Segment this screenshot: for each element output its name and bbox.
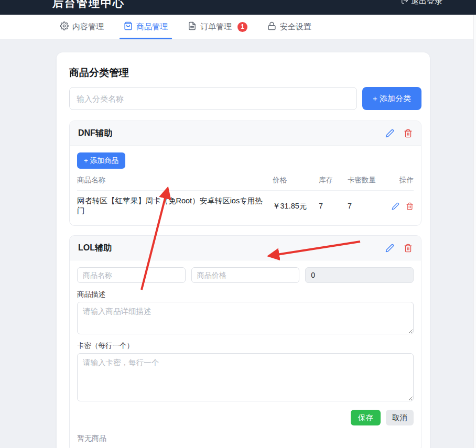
empty-products-text: 暂无商品: [77, 434, 414, 446]
tab-label: 内容管理: [72, 22, 104, 32]
save-button[interactable]: 保存: [351, 410, 381, 425]
gear-icon: [60, 21, 69, 32]
app-title: 后台管理中心: [52, 0, 125, 10]
edit-product-icon[interactable]: [392, 202, 399, 210]
logout-icon: [401, 0, 408, 6]
order-count-badge: 1: [237, 22, 247, 32]
edit-category-icon[interactable]: [385, 244, 394, 253]
card-keys-textarea[interactable]: [77, 353, 414, 401]
product-table: 商品名称 价格 库存 卡密数量 操作 网者转区【红苹果】周卡（免Root）安卓转…: [77, 176, 414, 220]
category-name-input[interactable]: [69, 87, 357, 110]
top-bar: 后台管理中心 退出登录: [0, 0, 476, 15]
cancel-button[interactable]: 取消: [386, 410, 414, 425]
delete-product-icon[interactable]: [406, 202, 414, 210]
delete-category-icon[interactable]: [404, 129, 413, 138]
product-price-input[interactable]: [191, 267, 300, 283]
category-title: LOL辅助: [78, 242, 112, 254]
logout-button[interactable]: 退出登录: [401, 0, 442, 6]
tab-bar: 内容管理 商品管理 订单管理 1 安全设置: [0, 15, 476, 39]
category-card-dnf: DNF辅助 + 添加商品 商品名称 价格 库存 卡密数量 操作: [69, 121, 421, 226]
tab-product-management[interactable]: 商品管理: [124, 15, 168, 39]
product-price: ￥31.85元: [273, 201, 319, 211]
category-body: + 添加商品 商品名称 价格 库存 卡密数量 操作 网者转区【红苹果】周卡（免R…: [70, 146, 421, 225]
form-buttons: 保存 取消: [77, 410, 414, 425]
scrollbar-track[interactable]: [473, 15, 476, 448]
description-textarea[interactable]: [77, 302, 414, 334]
category-card-lol: LOL辅助 商品描述 卡密（每行一个） 保存 取消: [69, 235, 421, 448]
product-form-row: [77, 267, 414, 283]
product-stock-input[interactable]: [305, 267, 414, 283]
category-header: LOL辅助: [70, 236, 421, 260]
add-product-button[interactable]: + 添加商品: [77, 152, 125, 169]
product-stock: 7: [319, 202, 348, 210]
product-name: 网者转区【红苹果】周卡（免Root）安卓转区ios专用热门: [77, 196, 273, 216]
product-name-input[interactable]: [77, 267, 186, 283]
tab-label: 安全设置: [280, 22, 311, 32]
category-title: DNF辅助: [78, 127, 112, 139]
col-header-actions: 操作: [388, 176, 414, 185]
col-header-cards: 卡密数量: [348, 176, 388, 185]
col-header-stock: 库存: [319, 176, 348, 185]
product-actions: [388, 202, 414, 210]
card-keys-label: 卡密（每行一个）: [77, 342, 414, 350]
document-icon: [188, 21, 197, 32]
edit-category-icon[interactable]: [385, 129, 394, 138]
logout-label: 退出登录: [411, 0, 442, 6]
category-actions: [385, 129, 413, 138]
product-form: 商品描述 卡密（每行一个） 保存 取消 暂无商品: [70, 260, 421, 448]
lock-icon: [267, 21, 276, 32]
product-card-count: 7: [348, 202, 388, 210]
category-management-panel: 商品分类管理 + 添加分类 DNF辅助 + 添加商品 商品名称 价格: [57, 52, 430, 448]
tab-order-management[interactable]: 订单管理 1: [188, 15, 247, 39]
shopping-bag-icon: [124, 21, 133, 32]
col-header-name: 商品名称: [77, 176, 273, 185]
tab-security-settings[interactable]: 安全设置: [267, 15, 311, 39]
col-header-price: 价格: [273, 176, 319, 185]
page-title: 商品分类管理: [69, 67, 421, 79]
tab-label: 商品管理: [136, 22, 168, 32]
category-header: DNF辅助: [70, 121, 421, 146]
add-category-button[interactable]: + 添加分类: [362, 87, 421, 110]
category-actions: [385, 244, 413, 253]
tab-label: 订单管理: [200, 22, 232, 32]
tab-content-management[interactable]: 内容管理: [60, 15, 104, 39]
description-label: 商品描述: [77, 290, 414, 299]
delete-category-icon[interactable]: [404, 244, 413, 253]
table-row: 网者转区【红苹果】周卡（免Root）安卓转区ios专用热门 ￥31.85元 7 …: [77, 191, 414, 220]
product-table-header: 商品名称 价格 库存 卡密数量 操作: [77, 176, 414, 191]
add-category-row: + 添加分类: [69, 87, 421, 110]
